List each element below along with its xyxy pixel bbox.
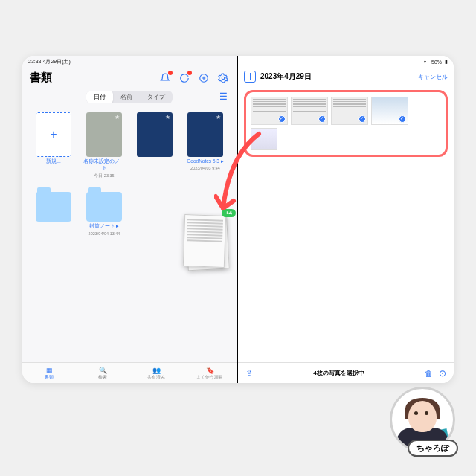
- star-icon: ★: [216, 114, 221, 120]
- add-icon[interactable]: [198, 72, 210, 84]
- plus-icon: +: [36, 112, 71, 157]
- star-icon: ★: [115, 114, 120, 120]
- segment-type[interactable]: タイプ: [140, 91, 173, 103]
- notebook-tile[interactable]: ★ 名称未設定のノート 今日 23:35: [82, 112, 126, 178]
- battery-percent: 58%: [431, 60, 442, 65]
- gear-icon[interactable]: [217, 72, 229, 84]
- status-bar-right: ᯤ 58% ▮: [238, 56, 454, 68]
- selection-count: 4枚の写真を選択中: [253, 369, 425, 377]
- checkmark-icon: [318, 115, 326, 123]
- photo-thumb[interactable]: [291, 97, 328, 125]
- header-actions: [159, 72, 229, 84]
- tab-documents[interactable]: ▦書類: [22, 363, 76, 383]
- dragged-sheet: [183, 214, 226, 268]
- checkmark-icon: [358, 115, 366, 123]
- notification-icon[interactable]: [159, 72, 171, 84]
- trash-icon[interactable]: 🗑: [425, 369, 433, 378]
- photo-thumb[interactable]: [331, 97, 368, 125]
- photo-row: [251, 128, 441, 150]
- right-header: 2023年4月29日 キャンセル: [238, 68, 454, 86]
- star-icon: ★: [165, 114, 170, 120]
- wifi-icon: ᯤ: [423, 60, 428, 65]
- bottom-tab-bar: ▦書類 🔍検索 👥共有済み 🔖よく使う項目: [22, 362, 237, 383]
- page-title: 書類: [30, 71, 52, 85]
- photo-thumb[interactable]: [251, 128, 277, 150]
- folder-tile[interactable]: [31, 184, 76, 236]
- grid-icon: ▦: [46, 367, 53, 374]
- author-name: ちゃろぽ: [408, 440, 458, 457]
- folder-tile[interactable]: 封筒ノート ▸ 2023/04/04 13:44: [82, 184, 126, 236]
- photo-row: [251, 97, 441, 125]
- notebook-tile[interactable]: ★ GoodNotes 5.3 ▸ 2023/04/03 9:44: [183, 112, 228, 178]
- album-title: 2023年4月29日: [260, 71, 414, 82]
- segment-name[interactable]: 名前: [113, 91, 140, 103]
- tab-search[interactable]: 🔍検索: [76, 363, 129, 383]
- people-icon: 👥: [152, 367, 161, 374]
- drag-count-badge: +4: [222, 209, 236, 217]
- left-header: 書類: [22, 68, 237, 88]
- sort-segmented-control[interactable]: 日付 名前 タイプ: [86, 91, 173, 103]
- tab-shared[interactable]: 👥共有済み: [129, 363, 183, 383]
- battery-icon: ▮: [445, 59, 448, 65]
- bookmark-icon: 🔖: [206, 367, 214, 374]
- checkmark-icon: [399, 115, 406, 123]
- photo-thumb[interactable]: [251, 97, 288, 125]
- photo-thumb[interactable]: [371, 97, 408, 125]
- folder-icon: [86, 192, 122, 222]
- right-footer: ⇪ 4枚の写真を選択中 🗑 ⊙: [238, 362, 454, 383]
- new-document-tile[interactable]: + 新規...: [31, 112, 76, 178]
- selected-photos-callout: [244, 90, 448, 157]
- grid-view-icon[interactable]: [244, 71, 256, 83]
- share-icon[interactable]: ⇪: [245, 368, 253, 379]
- status-time: 23:38 4月29日(土): [28, 58, 71, 65]
- notebook-thumb-navy: ★: [187, 112, 223, 157]
- sync-icon[interactable]: [178, 72, 190, 84]
- list-view-icon[interactable]: ☰: [219, 91, 228, 102]
- svg-point-1: [222, 77, 225, 80]
- notebook-tile[interactable]: ★: [132, 112, 177, 178]
- folder-icon: [36, 192, 71, 222]
- more-icon[interactable]: ⊙: [439, 368, 446, 379]
- segment-date[interactable]: 日付: [86, 91, 113, 103]
- status-bar-left: 23:38 4月29日(土): [22, 56, 237, 68]
- checkmark-icon: [278, 115, 286, 123]
- dragged-photos-stack[interactable]: +4: [182, 212, 233, 273]
- notebook-thumb-gray: ★: [86, 112, 122, 157]
- tab-favorites[interactable]: 🔖よく使う項目: [183, 363, 237, 383]
- ipad-split-view: 23:38 4月29日(土) 書類: [22, 56, 454, 383]
- cancel-button[interactable]: キャンセル: [418, 73, 448, 81]
- photos-app-pane: ᯤ 58% ▮ 2023年4月29日 キャンセル ⇪ 4枚の写真を選択中: [238, 56, 454, 383]
- search-icon: 🔍: [99, 367, 107, 374]
- notebook-thumb-navy: ★: [137, 112, 173, 157]
- sort-segmented-control-row: 日付 名前 タイプ ☰: [22, 88, 237, 106]
